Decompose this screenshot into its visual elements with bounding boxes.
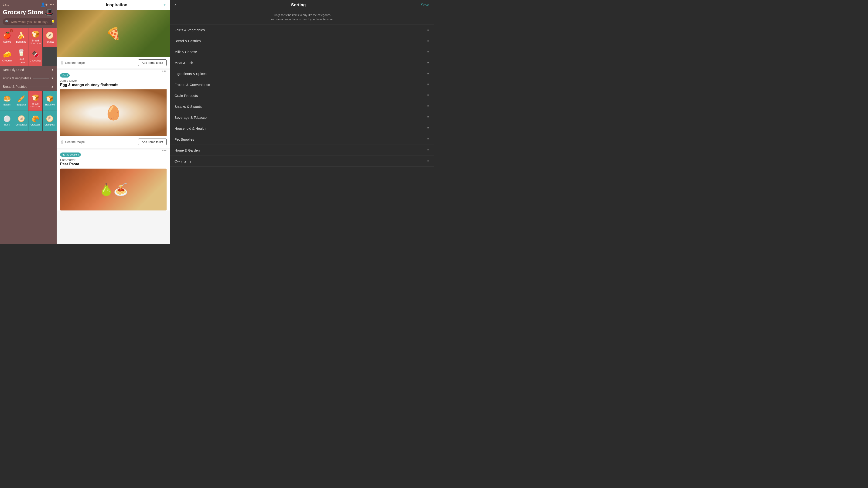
drag-handle-icon-6[interactable]: ≡ — [427, 93, 429, 98]
bagels-label: Bagels — [3, 103, 11, 106]
drag-handle-icon-1[interactable]: ≡ — [427, 39, 429, 43]
sorting-item-2[interactable]: Milk & Cheese ≡ — [170, 46, 434, 57]
drag-handle-icon-10[interactable]: ≡ — [427, 137, 429, 141]
cheddar-icon: 🧀 — [3, 51, 11, 58]
croissant-label: Croissant — [31, 123, 40, 126]
bread-pastries-header[interactable]: Bread & Pastries ▲ — [0, 83, 57, 91]
back-button[interactable]: ‹ — [175, 2, 176, 8]
left-header-top: Lists 👤+ ••• — [3, 2, 54, 7]
drag-handle-icon-2[interactable]: ≡ — [427, 50, 429, 54]
sorting-item-8[interactable]: Beverage & Tobacco ≡ — [170, 112, 434, 123]
fork-knife-icon-jamie: 🍴 — [60, 140, 64, 144]
sorting-description: Bring! sorts the items to buy like the c… — [170, 10, 434, 25]
quick-item-apples[interactable]: 🍎 Apples 2 — [0, 28, 14, 47]
search-input[interactable] — [10, 20, 50, 24]
sorting-item-9[interactable]: Household & Health ≡ — [170, 123, 434, 134]
apples-badge: 2 — [10, 29, 13, 32]
drag-handle-icon-12[interactable]: ≡ — [427, 159, 429, 163]
bagels-icon: 🥯 — [3, 95, 11, 102]
item-croissant[interactable]: 🥐 Croissant — [28, 111, 42, 131]
sorting-item-11[interactable]: Home & Garden ≡ — [170, 145, 434, 156]
quick-item-tortillas[interactable]: 🫓 Tortillas — [43, 28, 57, 47]
item-buns[interactable]: ⚪ Buns — [0, 111, 14, 131]
sorting-item-label-8: Beverage & Tobacco — [175, 116, 207, 120]
sorting-item-4[interactable]: Ingredients & Spices ≡ — [170, 68, 434, 79]
sorting-item-7[interactable]: Snacks & Sweets ≡ — [170, 101, 434, 112]
drag-handle-icon-11[interactable]: ≡ — [427, 148, 429, 152]
quick-item-sour-cream[interactable]: 🥛 Sour cream — [14, 47, 28, 66]
crumpets-icon: 🫓 — [46, 115, 53, 123]
sorting-item-0[interactable]: Fruits & Vegetables ≡ — [170, 25, 434, 35]
quick-item-cheddar[interactable]: 🧀 Cheddar — [0, 47, 14, 66]
bread-gf-sub: Gluten Free — [31, 105, 40, 107]
banana-icon: 🍌 — [17, 32, 25, 39]
fruits-chevron: ▼ — [51, 76, 54, 80]
sorting-item-12[interactable]: Own Items ≡ — [170, 156, 434, 167]
item-bread-roll[interactable]: 🍞 Bread roll — [43, 91, 57, 110]
top-add-items-button[interactable]: Add items to list — [138, 59, 166, 66]
right-panel: ‹ Sorting Save Bring! sorts the items to… — [170, 0, 434, 244]
sorting-item-10[interactable]: Pet Supplies ≡ — [170, 134, 434, 145]
middle-panel: Inspiration + 🍕 🍴 See the recipe Add ite… — [57, 0, 170, 244]
drag-handle-icon-7[interactable]: ≡ — [427, 104, 429, 108]
drag-handle-icon-4[interactable]: ≡ — [427, 71, 429, 76]
jamie-more-icon[interactable]: ••• — [162, 69, 166, 74]
store-emoji-icon: 🎩 — [44, 8, 54, 17]
item-bagels[interactable]: 🥯 Bagels — [0, 91, 14, 110]
top-see-recipe[interactable]: 🍴 See the recipe — [60, 61, 85, 64]
pear-more-icon[interactable]: ••• — [162, 148, 166, 153]
pear-title: Pear Pasta — [60, 162, 166, 166]
sorting-item-6[interactable]: Grain Products ≡ — [170, 90, 434, 101]
bread-roll-icon: 🍞 — [46, 95, 53, 102]
buns-icon: ⚪ — [3, 115, 11, 123]
quick-item-chocolate[interactable]: 🍫 Chocolate — [28, 47, 42, 66]
bread-label: Bread — [32, 39, 39, 42]
search-icon: 🔍 — [5, 20, 9, 24]
sorting-item-3[interactable]: Meat & Fish ≡ — [170, 57, 434, 68]
drag-handle-icon-9[interactable]: ≡ — [427, 126, 429, 130]
recently-used-label: Recently Used — [3, 68, 24, 72]
plus-icon[interactable]: + — [163, 2, 166, 8]
jamie-recipe-body: Yum! ••• Jamie Oliver Egg & mango chutne… — [57, 70, 170, 87]
sorting-title: Sorting — [291, 3, 306, 7]
bread-icon: 🍞 — [31, 31, 40, 38]
sorting-item-1[interactable]: Bread & Pastries ≡ — [170, 35, 434, 46]
drag-handle-icon-3[interactable]: ≡ — [427, 61, 429, 65]
drag-handle-icon-8[interactable]: ≡ — [427, 115, 429, 120]
sorting-item-5[interactable]: Frozen & Convenience ≡ — [170, 79, 434, 90]
fruits-label: Fruits & Vegetables — [3, 76, 31, 80]
top-recipe-footer: 🍴 See the recipe Add items to list — [57, 57, 170, 68]
drag-handle-icon-5[interactable]: ≡ — [427, 83, 429, 87]
quick-item-bananas[interactable]: 🍌 Bananas — [14, 28, 28, 47]
quick-item-bread[interactable]: 🍞 Bread Gluten Free — [28, 28, 42, 47]
jamie-add-items-button[interactable]: Add items to list — [138, 138, 166, 145]
item-bread-gf[interactable]: 🍞 Bread Gluten Free — [28, 91, 42, 110]
recently-used-header[interactable]: Recently Used ▼ — [0, 66, 57, 74]
bread-sub: Gluten Free — [30, 42, 41, 44]
lists-label: Lists — [3, 3, 9, 6]
jamie-see-recipe[interactable]: 🍴 See the recipe — [60, 140, 85, 144]
jamie-see-recipe-text: See the recipe — [65, 140, 85, 144]
bread-roll-label: Bread roll — [45, 103, 55, 106]
sour-cream-label: Sour cream — [15, 58, 27, 64]
sorting-item-label-9: Household & Health — [175, 126, 206, 130]
bread-gf-icon: 🍞 — [32, 94, 39, 101]
drag-handle-icon-0[interactable]: ≡ — [427, 28, 429, 32]
pear-recipe-body: 'tis the season! ••• EatSmarter! Pear Pa… — [57, 150, 170, 166]
pear-badge: 'tis the season! — [60, 153, 81, 157]
more-options-icon[interactable]: ••• — [50, 2, 54, 7]
sour-cream-icon: 🥛 — [17, 49, 25, 57]
header-icons: 👤+ ••• — [41, 2, 54, 7]
item-crispbread[interactable]: 🫓 Crispbread — [14, 111, 28, 131]
mid-header: Inspiration + — [57, 0, 170, 10]
fruits-header[interactable]: Fruits & Vegetables ▼ — [0, 74, 57, 83]
save-button[interactable]: Save — [421, 3, 429, 7]
item-crumpets[interactable]: 🫓 Crumpets — [43, 111, 57, 131]
search-bar[interactable]: 🔍 💡 — [3, 19, 54, 25]
recipe-card-pear: 'tis the season! ••• EatSmarter! Pear Pa… — [57, 150, 170, 210]
buns-label: Buns — [4, 123, 10, 126]
tortillas-icon: 🫓 — [46, 32, 54, 39]
bread-pastries-label: Bread & Pastries — [3, 85, 27, 89]
item-baguette[interactable]: 🥖 Baguette — [14, 91, 28, 110]
add-person-icon[interactable]: 👤+ — [41, 2, 48, 7]
